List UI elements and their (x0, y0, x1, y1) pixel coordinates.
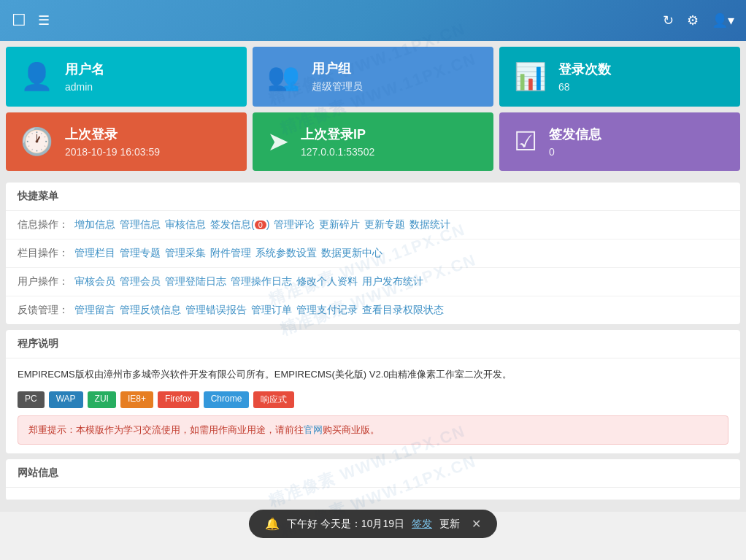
card-lastlogin-icon: 🕐 (20, 126, 53, 157)
quick-menu-row-info: 信息操作： 增加信息 管理信息 审核信息 签发信息(0) 管理评论 更新碎片 更… (6, 211, 740, 239)
warning-box: 郑重提示：本模版作为学习交流使用，如需用作商业用途，请前往官网购买商业版。 (18, 415, 728, 445)
link-data-update-center[interactable]: 数据更新中心 (321, 247, 382, 260)
link-manage-member[interactable]: 管理会员 (120, 275, 161, 288)
card-sign-icon: ☑ (514, 126, 537, 157)
link-review-info[interactable]: 审核信息 (165, 218, 206, 231)
link-manage-info[interactable]: 管理信息 (120, 218, 161, 231)
quick-menu-section: 快捷菜单 信息操作： 增加信息 管理信息 审核信息 签发信息(0) 管理评论 更… (6, 183, 740, 324)
quick-menu-row-user: 用户操作： 审核会员 管理会员 管理登陆日志 管理操作日志 修改个人资料 用户发… (6, 268, 740, 296)
link-manage-messages[interactable]: 管理留言 (74, 304, 115, 317)
settings-icon[interactable]: ⚙ (687, 12, 699, 28)
logo-icon: ☐ (12, 11, 26, 30)
card-sign-title: 签发信息 (549, 126, 601, 143)
card-user-title: 用户名 (65, 61, 104, 78)
link-error-report[interactable]: 管理错误报告 (185, 304, 247, 317)
website-item-1 (6, 488, 373, 500)
link-op-log[interactable]: 管理操作日志 (231, 275, 292, 288)
notification-bar: 🔔 下午好 今天是：10月19日 签发 更新 ✕ (249, 510, 497, 512)
user-menu[interactable]: 👤▾ (712, 12, 734, 28)
card-lastlogin-title: 上次登录 (65, 126, 160, 143)
quick-menu-label-info: 信息操作： (18, 218, 69, 231)
link-data-stats[interactable]: 数据统计 (409, 218, 450, 231)
quick-menu-links-info: 增加信息 管理信息 审核信息 签发信息(0) 管理评论 更新碎片 更新专题 数据… (74, 218, 450, 231)
link-user-publish-stats[interactable]: 用户发布统计 (362, 275, 423, 288)
program-desc-section: 程序说明 EMPIRECMS版权由漳州市多城帝兴软件开发有限公司所有。EMPIR… (6, 330, 740, 453)
card-last-login: 🕐 上次登录 2018-10-19 16:03:59 (6, 112, 247, 171)
card-login-title: 登录次数 (558, 61, 611, 78)
card-group-icon: 👥 (267, 61, 300, 92)
tag-zui: ZUI (88, 391, 116, 408)
header: ☐ ☰ ↻ ⚙ 👤▾ (0, 0, 746, 41)
quick-menu-label-user: 用户操作： (18, 275, 69, 288)
card-user: 👤 用户名 admin (6, 47, 247, 107)
card-group: 👥 用户组 超级管理员 (253, 47, 493, 107)
link-system-params[interactable]: 系统参数设置 (255, 247, 317, 260)
website-info-header: 网站信息 (6, 459, 740, 488)
link-manage-collect[interactable]: 管理采集 (165, 247, 206, 260)
quick-menu-label-feedback: 反馈管理： (18, 304, 69, 317)
quick-menu-row-column: 栏目操作： 管理栏目 管理专题 管理采集 附件管理 系统参数设置 数据更新中心 (6, 239, 740, 268)
card-group-value: 超级管理员 (312, 80, 363, 93)
cards-area: 👤 用户名 admin 👥 用户组 超级管理员 📊 登录次数 68 🕐 上次登录… (0, 41, 746, 177)
quick-menu-links-feedback: 管理留言 管理反馈信息 管理错误报告 管理订单 管理支付记录 查看目录权限状态 (74, 304, 444, 317)
quick-menu-header: 快捷菜单 (6, 183, 740, 211)
link-manage-feedback[interactable]: 管理反馈信息 (120, 304, 181, 317)
quick-menu-label-column: 栏目操作： (18, 247, 69, 260)
program-desc-text: EMPIRECMS版权由漳州市多城帝兴软件开发有限公司所有。EMPIRECMS(… (6, 358, 740, 391)
card-user-icon: 👤 (20, 61, 53, 92)
header-right: ↻ ⚙ 👤▾ (663, 12, 734, 28)
card-user-value: admin (65, 81, 104, 93)
card-last-ip: ➤ 上次登录IP 127.0.0.1:53502 (253, 112, 493, 171)
tag-wap: WAP (49, 391, 83, 408)
card-login-value: 68 (558, 81, 611, 93)
link-update-fragments[interactable]: 更新碎片 (319, 218, 360, 231)
link-manage-orders[interactable]: 管理订单 (251, 304, 292, 317)
header-left: ☐ ☰ (12, 11, 50, 30)
issue-badge: 0 (255, 220, 266, 229)
tag-chrome: Chrome (204, 391, 250, 408)
card-login-count: 📊 登录次数 68 (499, 47, 740, 107)
link-update-topics[interactable]: 更新专题 (364, 218, 405, 231)
card-lastip-value: 127.0.0.1:53502 (301, 146, 374, 158)
link-add-info[interactable]: 增加信息 (74, 218, 115, 231)
quick-menu-body: 信息操作： 增加信息 管理信息 审核信息 签发信息(0) 管理评论 更新碎片 更… (6, 211, 740, 324)
tag-firefox: Firefox (158, 391, 199, 408)
link-dir-permissions[interactable]: 查看目录权限状态 (362, 304, 444, 317)
card-group-title: 用户组 (312, 60, 363, 77)
program-desc-header: 程序说明 (6, 330, 740, 358)
link-edit-profile[interactable]: 修改个人资料 (296, 275, 358, 288)
content-area: 快捷菜单 信息操作： 增加信息 管理信息 审核信息 签发信息(0) 管理评论 更… (0, 177, 746, 512)
quick-menu-row-feedback: 反馈管理： 管理留言 管理反馈信息 管理错误报告 管理订单 管理支付记录 查看目… (6, 296, 740, 324)
card-sign: ☑ 签发信息 0 (499, 112, 740, 171)
link-manage-payments[interactable]: 管理支付记录 (296, 304, 358, 317)
quick-menu-links-user: 审核会员 管理会员 管理登陆日志 管理操作日志 修改个人资料 用户发布统计 (74, 275, 423, 288)
tag-list: PC WAP ZUI IE8+ Firefox Chrome 响应式 (6, 391, 740, 415)
card-lastip-title: 上次登录IP (301, 126, 374, 143)
card-lastip-icon: ➤ (267, 126, 289, 157)
link-review-member[interactable]: 审核会员 (74, 275, 115, 288)
card-lastlogin-value: 2018-10-19 16:03:59 (65, 146, 160, 158)
link-manage-comments[interactable]: 管理评论 (274, 218, 315, 231)
tag-ie8: IE8+ (120, 391, 153, 408)
link-login-log[interactable]: 管理登陆日志 (165, 275, 226, 288)
tag-pc: PC (18, 391, 45, 408)
website-info-grid (6, 488, 740, 500)
website-item-2 (373, 488, 740, 500)
website-info-section: 网站信息 (6, 459, 740, 500)
tag-responsive: 响应式 (253, 391, 294, 408)
card-sign-value: 0 (549, 146, 601, 158)
quick-menu-links-column: 管理栏目 管理专题 管理采集 附件管理 系统参数设置 数据更新中心 (74, 247, 382, 260)
link-manage-topics[interactable]: 管理专题 (120, 247, 161, 260)
link-issue-info[interactable]: 签发信息(0) (210, 218, 269, 231)
official-site-link[interactable]: 官网 (304, 424, 323, 435)
refresh-icon[interactable]: ↻ (663, 12, 674, 28)
card-login-icon: 📊 (514, 61, 547, 92)
link-attachment-manage[interactable]: 附件管理 (210, 247, 251, 260)
menu-icon[interactable]: ☰ (38, 12, 50, 28)
link-manage-columns[interactable]: 管理栏目 (74, 247, 115, 260)
